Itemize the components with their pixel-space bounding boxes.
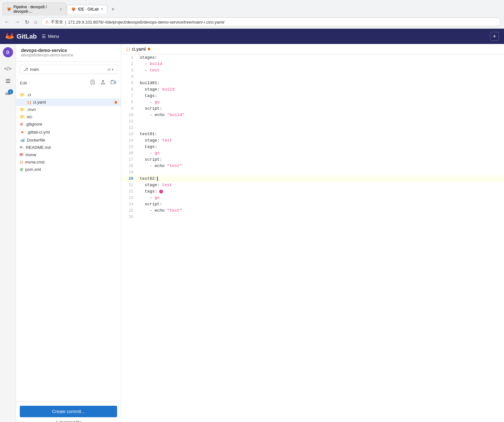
line-code-11[interactable] (137, 118, 504, 125)
file-dockerfile[interactable]: 🐋 Dockerfile (16, 136, 121, 144)
reload-button[interactable]: ↻ (24, 18, 30, 26)
back-button[interactable]: ← (3, 18, 11, 26)
gitlab-ci-icon (20, 129, 25, 135)
folder-mvn[interactable]: 📁 .mvn (16, 106, 121, 113)
git-changes-icon[interactable]: 1 (2, 89, 14, 100)
line-code-22[interactable]: tags: (137, 188, 504, 195)
line-num-18: 18 (121, 163, 137, 169)
line-code-21[interactable]: stage: test (137, 182, 504, 188)
line-code-12[interactable] (137, 125, 504, 131)
line-code-2[interactable]: - build (137, 61, 504, 67)
keyword-go-16: go (155, 151, 160, 156)
file-list: 📁 .ci {.} ci.yaml 📁 .mvn 📁 src (16, 90, 121, 402)
plus-button[interactable]: + (490, 32, 499, 41)
line-code-9[interactable]: script: (137, 106, 504, 112)
line-10: 10 - echo "build" (121, 112, 504, 118)
line-code-16[interactable]: - go (137, 150, 504, 156)
line-code-7[interactable]: tags: (137, 93, 504, 99)
tab-pipeline-close[interactable]: ✕ (59, 7, 62, 11)
address-bar[interactable]: ⚠ 不安全 | 172.29.9.101:8076/-/ide/project/… (41, 18, 501, 26)
branch-icon: ⎇ (23, 67, 28, 72)
line-code-3[interactable]: - test (137, 67, 504, 74)
browser-chrome: 🦊 Pipeline · devops6 / devops6-... ✕ 🦊 I… (0, 0, 504, 29)
line-6: 6 stage: build (121, 86, 504, 93)
folder-ci[interactable]: 📁 .ci (16, 91, 121, 98)
tab-ide-favicon: 🦊 (71, 7, 76, 11)
folder-src[interactable]: 📁 src (16, 113, 121, 120)
gitlab-text: GitLab (17, 33, 37, 40)
line-code-19[interactable] (137, 169, 504, 176)
file-mvnw-cmd[interactable]: ⊡ mvnw.cmd (16, 158, 121, 166)
file-readme[interactable]: M↓ README.md (16, 144, 121, 151)
line-3: 3 - test (121, 67, 504, 74)
project-path: devops6/devops-demo-service (21, 53, 116, 57)
address-url-text: 172.29.9.101:8076/-/ide/project/devops6/… (68, 20, 225, 25)
code-content[interactable]: 1 stages: 2 - build 3 - test (121, 55, 504, 422)
branch-selector[interactable]: ⎇ main ⇄ ▾ (20, 65, 117, 74)
new-tab-button[interactable]: + (108, 4, 117, 14)
line-code-15[interactable]: tags: (137, 144, 504, 150)
main-layout: D </> (0, 44, 504, 422)
keyword-go-23: go (155, 195, 160, 200)
line-code-24[interactable]: script: (137, 201, 504, 207)
line-num-2: 2 (121, 61, 137, 67)
line-code-10[interactable]: - echo "build" (137, 112, 504, 118)
line-code-26[interactable] (137, 214, 504, 220)
line-code-6[interactable]: stage: build (137, 86, 504, 93)
create-commit-button[interactable]: Create commit... (20, 406, 117, 417)
line-11: 11 (121, 118, 504, 125)
line-24: 24 script: (121, 201, 504, 207)
string-build-10: "build" (167, 113, 185, 117)
forward-button[interactable]: → (13, 18, 21, 26)
file-pom-xml[interactable]: ⊞ pom.xml (16, 166, 121, 173)
tab-ide[interactable]: 🦊 IDE · GitLab ✕ (67, 5, 107, 14)
commit-history-icon[interactable] (2, 76, 14, 87)
tab-ide-close[interactable]: ✕ (100, 7, 103, 11)
home-button[interactable]: ⌂ (33, 18, 39, 26)
gitignore-icon: ⊗ (20, 122, 23, 127)
folder-ci-name: .ci (27, 92, 31, 97)
line-code-13[interactable]: test01: (137, 131, 504, 137)
line-code-25[interactable]: - echo "test" (137, 207, 504, 214)
line-18: 18 - echo "test" (121, 163, 504, 169)
mvnw-cmd-name: mvnw.cmd (25, 160, 44, 164)
folder-mvn-icon: 📁 (20, 107, 25, 112)
dockerfile-name: Dockerfile (27, 138, 45, 142)
file-gitlab-ci[interactable]: .gitlab-ci.yml (16, 128, 121, 136)
new-file-button[interactable] (89, 78, 97, 87)
new-folder-button[interactable] (109, 78, 117, 87)
menu-button[interactable]: ☰ Menu (42, 34, 59, 39)
line-code-23[interactable]: - go (137, 195, 504, 201)
pom-icon: ⊞ (20, 167, 23, 172)
user-avatar[interactable]: D (3, 47, 13, 57)
line-code-14[interactable]: stage: test (137, 137, 504, 144)
line-num-7: 7 (121, 93, 137, 99)
readme-icon: M↓ (20, 146, 24, 149)
source-control-icon[interactable]: </> (2, 63, 14, 75)
line-code-4[interactable] (137, 74, 504, 80)
upload-file-button[interactable] (99, 78, 107, 87)
line-code-20[interactable]: test02: (137, 176, 504, 182)
editor-tab[interactable]: {.} ci.yaml (121, 44, 504, 55)
project-name: devops-demo-service (21, 48, 116, 53)
file-ci-yaml[interactable]: {.} ci.yaml (16, 98, 121, 106)
tab-pipeline[interactable]: 🦊 Pipeline · devops6 / devops6-... ✕ (3, 3, 66, 16)
branch-actions: ⇄ ▾ (107, 67, 114, 72)
line-code-8[interactable]: - go (137, 99, 504, 106)
pom-name: pom.xml (25, 167, 41, 172)
file-gitignore[interactable]: ⊗ .gitignore (16, 120, 121, 128)
sidebar-icons: D </> (0, 44, 16, 422)
gitlab-ci-name: .gitlab-ci.yml (27, 130, 50, 135)
line-8: 8 - go (121, 99, 504, 106)
line-13: 13 test01: (121, 131, 504, 137)
dockerfile-icon: 🐋 (20, 138, 25, 142)
string-test-18: "test" (167, 164, 182, 168)
readme-name: README.md (26, 145, 50, 150)
line-code-1[interactable]: stages: (137, 55, 504, 61)
line-code-18[interactable]: - echo "test" (137, 163, 504, 169)
svg-rect-1 (6, 81, 10, 81)
header-right: + (490, 32, 499, 41)
line-code-5[interactable]: build01: (137, 80, 504, 86)
line-code-17[interactable]: script: (137, 156, 504, 163)
file-mvnw[interactable]: M! mvnw (16, 151, 121, 158)
